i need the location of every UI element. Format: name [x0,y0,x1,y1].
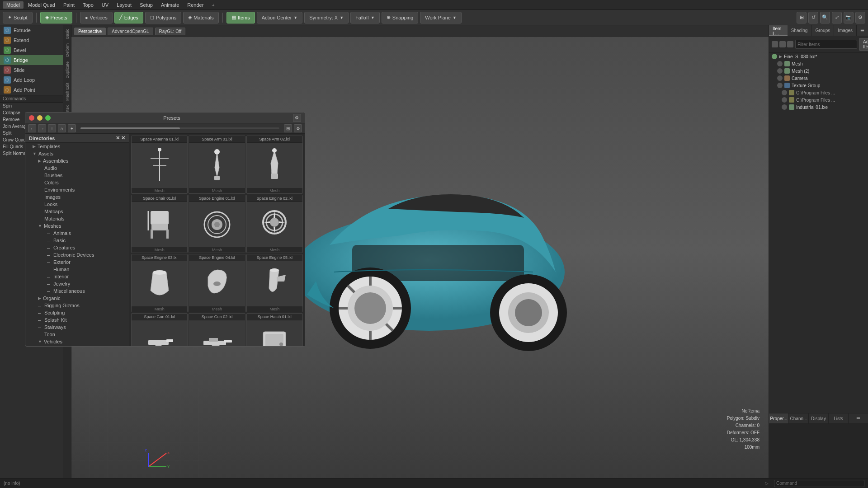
vertices-button[interactable]: ● Vertices [80,12,113,23]
menu-paint[interactable]: Paint [60,1,78,9]
dir-splash-kit[interactable]: – Splash Kit [25,316,129,324]
vert-label-mesh-edit[interactable]: Mesh Edit [64,81,71,103]
dir-assemblies[interactable]: ▶ Assemblies [25,157,129,164]
preset-space-engine-04[interactable]: Space Engine 04.lxl Mesh [189,254,245,312]
dir-rigging[interactable]: – Rigging Gizmos [25,302,129,309]
tab-bottom-more[interactable]: ☰ [849,413,868,423]
dir-interior[interactable]: – Interior [25,273,129,280]
close-button[interactable] [29,115,34,121]
menu-model-quad[interactable]: Model Quad [24,1,59,9]
minimize-button[interactable] [37,115,42,121]
sidebar-item-extrude[interactable]: ⬡ Extrude [0,25,63,35]
dir-colors[interactable]: Colors [25,179,129,186]
tab-item-list[interactable]: Item L... [769,25,788,36]
preset-space-engine-01[interactable]: Space Engine 01.lxl Mesh [189,195,245,253]
dir-animals[interactable]: – Animals [25,230,129,237]
action-center-button[interactable]: Action Center ▼ [257,12,303,23]
materials-button[interactable]: ◈ Materials [183,12,219,23]
preset-space-engine-05[interactable]: Space Engine 05.lxl Mesh [246,254,303,312]
command-input[interactable] [774,480,864,487]
tree-item-texgroup[interactable]: Texture Group [769,82,868,89]
preset-space-arm-02[interactable]: Space Arm 02.lxl Mesh [246,136,303,194]
dir-expand-icon[interactable]: ✕ [121,135,125,141]
tab-images[interactable]: Images [834,25,857,36]
menu-layout[interactable]: Layout [113,1,135,9]
dir-environments[interactable]: Environments [25,186,129,193]
menu-model[interactable]: Model [3,1,24,9]
sidebar-item-extend[interactable]: ⬡ Extend [0,35,63,45]
dir-assets[interactable]: ▼ Assets [25,150,129,157]
dir-looks[interactable]: Looks [25,201,129,208]
nav-add-button[interactable]: + [68,124,76,132]
symmetry-button[interactable]: Symmetry: X ▼ [304,12,349,23]
preset-space-hatch-01[interactable]: Space Hatch 01.lxl Mesh [246,313,303,346]
tree-item-mesh2[interactable]: Mesh (2) [769,67,868,75]
zoom-in-icon[interactable]: 🔍 [820,12,830,23]
nav-forward-button[interactable]: → [38,124,46,132]
nav-settings-icon[interactable]: ⚙ [294,124,302,132]
dir-toon[interactable]: – Toon [25,331,129,338]
tab-groups[interactable]: Groups [811,25,834,36]
filter-items-input[interactable] [795,40,857,49]
vert-label-deform[interactable]: Deform [64,42,71,59]
vp-perspective-btn[interactable]: Perspective [74,28,106,35]
sidebar-item-bevel[interactable]: ⬡ Bevel [0,45,63,55]
menu-setup[interactable]: Setup [136,1,156,9]
dir-matcaps[interactable]: Matcaps [25,208,129,215]
dir-templates[interactable]: ▶ Templates [25,143,129,150]
tab-display[interactable]: Display [809,413,829,423]
polygons-button[interactable]: ◻ Polygons [145,12,181,23]
presets-gear-icon[interactable]: ⚙ [293,114,301,122]
tree-item-mesh1[interactable]: Mesh [769,60,868,67]
filter-icon-3[interactable] [787,41,793,47]
preset-space-gun-01[interactable]: Space Gun 01.lxl Mesh [131,313,188,346]
tab-shading[interactable]: Shading [788,25,812,36]
menu-plus[interactable]: + [208,1,218,9]
tree-item-camera[interactable]: Camera [769,75,868,82]
presets-button[interactable]: ◈ Presets [40,12,72,23]
sidebar-item-add-loop[interactable]: ⬡ Add Loop [0,75,63,85]
work-plane-button[interactable]: Work Plane ▼ [420,12,462,23]
edges-button[interactable]: ╱ Edges [114,12,143,23]
cmd-spin[interactable]: Spin [0,103,63,109]
preset-space-arm-01[interactable]: Space Arm 01.lxl Mesh [189,136,245,194]
preset-space-engine-02[interactable]: Space Engine 02.lxl Mesh [246,195,303,253]
dir-materials[interactable]: Materials [25,215,129,222]
items-button[interactable]: ▤ Items [226,12,255,23]
dir-exterior[interactable]: – Exterior [25,258,129,266]
preset-space-engine-03[interactable]: Space Engine 03.lxl Mesh [131,254,188,312]
nav-up-button[interactable]: ↑ [48,124,56,132]
nav-back-button[interactable]: ← [28,124,36,132]
snapping-button[interactable]: ⊕ Snapping [382,12,419,23]
reset-view-icon[interactable]: ↺ [808,12,818,23]
maximize-button[interactable] [45,115,51,121]
nav-bookmark-icon[interactable]: ⊞ [284,124,292,132]
menu-render[interactable]: Render [184,1,207,9]
sculpt-button[interactable]: ✦ Sculpt [3,12,33,23]
vp-render-btn[interactable]: AdvancedOpenGL [108,28,153,35]
dir-creatures[interactable]: – Creatures [25,244,129,251]
dir-vehicles[interactable]: ▼ Vehicles [25,338,129,345]
menu-topo[interactable]: Topo [79,1,97,9]
dir-human[interactable]: – Human [25,266,129,273]
view-options-icon[interactable]: ⊞ [797,12,807,23]
dir-images[interactable]: Images [25,193,129,201]
menu-animate[interactable]: Animate [157,1,183,9]
tab-more[interactable]: ☰ [857,25,868,36]
dir-electronic-devices[interactable]: – Electronic Devices [25,251,129,258]
tree-item-root[interactable]: ▶ Fine_S_030.lxo* [769,53,868,60]
preset-space-gun-02[interactable]: Space Gun 02.lxl Mesh [189,313,245,346]
settings-icon[interactable]: ⚙ [855,12,865,23]
camera-icon[interactable]: 📷 [844,12,854,23]
dir-collapse-icon[interactable]: ✕ [116,135,120,141]
add-item-button[interactable]: Add Item [859,38,868,51]
dir-miscellaneous[interactable]: – Miscellaneous [25,287,129,295]
filter-icon-1[interactable] [772,41,778,47]
preset-space-antenna-01[interactable]: Space Antenna 01.lxl Mesh [131,136,188,194]
vert-label-duplicate[interactable]: Duplicate [64,60,71,80]
dir-stairways[interactable]: – Stairways [25,324,129,331]
sidebar-item-slide[interactable]: ⬡ Slide [0,65,63,75]
expand-icon[interactable]: ⤢ [832,12,842,23]
dir-organic[interactable]: ▶ Organic [25,295,129,302]
tree-item-industrial[interactable]: Industrial 01.lxe [769,103,868,111]
